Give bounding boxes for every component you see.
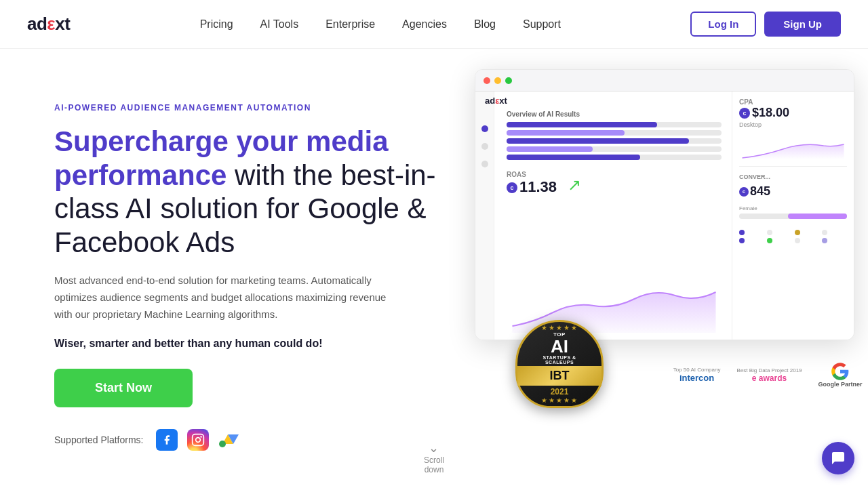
convert-icon: c [739,187,749,197]
platforms-label: Supported Platforms: [54,434,144,445]
award-intercon-name: intercon [679,373,714,383]
hero-left: AI-POWERED AUDIENCE MANAGEMENT AUTOMATIO… [54,89,488,488]
scatter-dot-6 [767,238,772,243]
bar-bg-5 [507,155,722,160]
chat-bubble-button[interactable] [822,442,854,474]
bar-bg-4 [507,146,722,152]
roas-icon: c [507,182,517,193]
logo-text: adεxt [27,14,70,35]
hero-subtext: Most advanced end-to-end solution for ma… [54,272,407,323]
mockup-titlebar [475,70,854,92]
convert-section: CONVER... c845 [739,174,847,199]
badge-ai: AI [551,338,568,355]
nav-enterprise[interactable]: Enterprise [326,18,375,30]
scroll-label: Scrolldown [424,455,444,474]
nav-pricing[interactable]: Pricing [200,18,233,30]
award-eawards-sub: Best Big Data Project 2019 [736,367,802,373]
bar-row-1 [507,122,722,127]
gender-fill [788,214,847,219]
cpa-card: CPA c$18.00 Desktop [739,98,847,167]
google-ads-icon[interactable] [218,429,240,451]
scatter-dot-2 [767,230,772,235]
badge-stars-top: ★★★★★ [541,324,578,331]
award-intercon: Top 50 AI Company intercon [673,367,721,383]
overview-label: Overview of AI Results [507,110,722,118]
badge-stars-bot: ★★★★★ [541,396,578,404]
award-eawards-name: e awards [752,373,787,383]
svg-rect-0 [192,434,203,446]
scatter-dot-4 [822,230,827,235]
nav-agencies[interactable]: Agencies [402,18,447,30]
dot-red [484,77,490,84]
scroll-arrow: ⌄ [424,441,444,455]
instagram-icon[interactable] [187,429,209,451]
hero-eyebrow: AI-POWERED AUDIENCE MANAGEMENT AUTOMATIO… [54,103,488,113]
nav-blog[interactable]: Blog [474,18,496,30]
dashboard-mockup: adεxt Overview of AI Results [475,69,854,340]
badge-year: 2021 [551,387,569,396]
scatter-dot-8 [822,238,827,243]
nav-ai-tools[interactable]: AI Tools [260,18,299,30]
cpa-label: CPA [739,98,847,106]
header: adεxt Pricing AI Tools Enterprise Agenci… [0,0,868,49]
bar-bg-3 [507,138,722,144]
award-google: Google Partner [818,362,863,388]
svg-point-5 [219,441,226,447]
signup-button[interactable]: Sign Up [764,12,841,37]
cpa-mini-chart [739,132,847,159]
scatter-dots [739,230,847,243]
login-button[interactable]: Log In [690,12,756,37]
awards-row: Top 50 AI Company intercon Best Big Data… [673,362,868,388]
roas-label: ROAS [507,171,557,178]
scatter-dot-7 [795,238,800,243]
ibt-badge: ★★★★★ TOP AI STARTUPS & SCALEUPS IBT 202… [515,320,604,408]
bar-row-2 [507,130,722,136]
bar-row-5 [507,155,722,160]
badge-ibt: IBT [517,366,601,386]
hero-section: AI-POWERED AUDIENCE MANAGEMENT AUTOMATIO… [0,49,868,488]
cpa-value: c$18.00 [739,106,847,120]
svg-point-1 [195,438,200,443]
award-intercon-sub: Top 50 AI Company [673,367,721,373]
hero-wiser: Wiser, smarter and better than any human… [54,338,488,350]
main-nav: Pricing AI Tools Enterprise Agencies Blo… [200,18,561,30]
chat-icon [830,450,846,466]
trend-arrow: ↗ [568,176,581,195]
bar-bg-1 [507,122,722,127]
desktop-label: Desktop [739,121,847,128]
facebook-icon[interactable] [156,429,178,451]
gender-track [739,214,847,219]
convert-label: CONVER... [739,174,847,180]
cpa-icon: c [739,108,750,119]
sidebar-dot-1 [481,125,488,132]
chart-bars [507,122,722,160]
hero-headline: Supercharge your media performance with … [54,125,488,259]
gender-label: Female [739,205,847,211]
badge-startups: STARTUPS & SCALEUPS [542,355,576,365]
start-now-button[interactable]: Start Now [54,369,193,407]
svg-point-2 [200,436,202,439]
dot-green [505,77,512,84]
scatter-dot-1 [739,230,745,235]
sidebar-dot-2 [481,143,488,150]
google-g-icon [831,362,850,381]
scatter-dot-3 [795,230,800,235]
sidebar-dot-3 [481,161,488,167]
mockup-sidebar [475,92,494,340]
gender-bar: Female [739,205,847,219]
bar-bg-2 [507,130,722,136]
scroll-down: ⌄ Scrolldown [424,441,444,474]
bar-row-4 [507,146,722,152]
dot-yellow [494,77,501,84]
hero-right: adεxt Overview of AI Results [475,69,868,394]
header-actions: Log In Sign Up [690,12,841,37]
mockup-right-panel: CPA c$18.00 Desktop [732,92,854,340]
bar-row-3 [507,138,722,144]
logo[interactable]: adεxt [27,14,70,35]
badge-circle: ★★★★★ TOP AI STARTUPS & SCALEUPS IBT 202… [515,320,604,408]
roas-card: ROAS c11.38 [507,171,557,196]
award-eawards: Best Big Data Project 2019 e awards [736,367,802,383]
nav-support[interactable]: Support [523,18,561,30]
award-google-name: Google Partner [818,381,863,388]
convert-value: c845 [739,184,847,199]
